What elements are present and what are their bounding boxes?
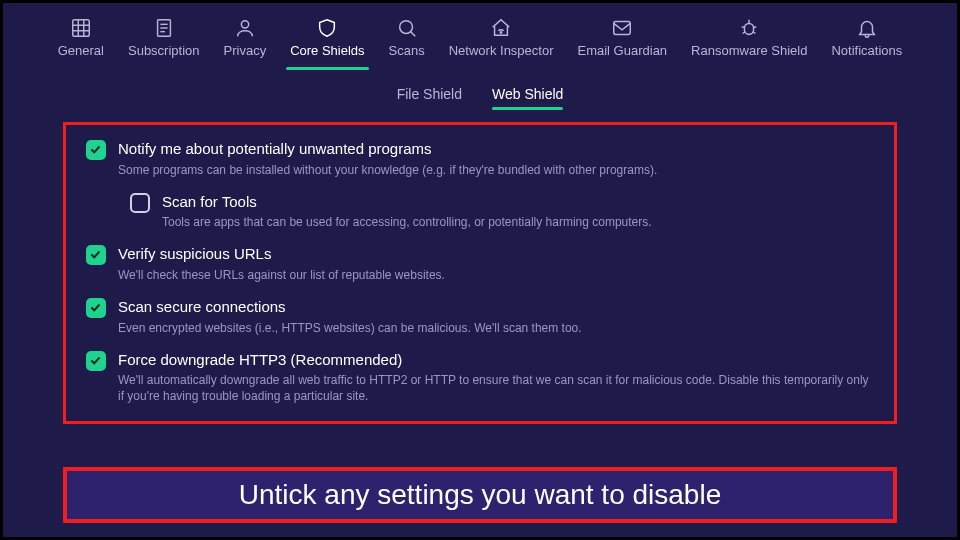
nav-item-notifications[interactable]: Notifications	[823, 15, 910, 68]
option-title: Verify suspicious URLs	[118, 244, 874, 264]
nav-item-core-shields[interactable]: Core Shields	[282, 15, 372, 68]
instruction-callout: Untick any settings you want to disable	[63, 467, 897, 523]
tab-web-shield[interactable]: Web Shield	[492, 86, 563, 110]
nav-label: Notifications	[831, 43, 902, 58]
option-body: Notify me about potentially unwanted pro…	[118, 139, 874, 178]
checkbox-force-http3[interactable]	[86, 351, 106, 371]
option-body: Verify suspicious URLs We'll check these…	[118, 244, 874, 283]
option-body: Force downgrade HTTP3 (Recommended) We'l…	[118, 350, 874, 405]
nav-label: General	[58, 43, 104, 58]
nav-item-subscription[interactable]: Subscription	[120, 15, 208, 68]
nav-label: Ransomware Shield	[691, 43, 807, 58]
option-title: Scan secure connections	[118, 297, 874, 317]
option-desc: We'll automatically downgrade all web tr…	[118, 372, 874, 404]
check-icon	[89, 354, 103, 368]
option-desc: Even encrypted websites (i.e., HTTPS web…	[118, 320, 874, 336]
nav-item-ransomware-shield[interactable]: Ransomware Shield	[683, 15, 815, 68]
search-icon	[396, 17, 418, 39]
option-desc: Some programs can be installed without y…	[118, 162, 874, 178]
nav-item-scans[interactable]: Scans	[381, 15, 433, 68]
home-wifi-icon	[490, 17, 512, 39]
option-title: Force downgrade HTTP3 (Recommended)	[118, 350, 874, 370]
nav-label: Core Shields	[290, 43, 364, 58]
mail-icon	[611, 17, 633, 39]
nav-item-email-guardian[interactable]: Email Guardian	[570, 15, 676, 68]
nav-label: Scans	[389, 43, 425, 58]
nav-item-general[interactable]: General	[50, 15, 112, 68]
option-scan-tools: Scan for Tools Tools are apps that can b…	[130, 192, 874, 231]
option-title: Scan for Tools	[162, 192, 874, 212]
checkbox-scan-secure[interactable]	[86, 298, 106, 318]
shield-icon	[316, 17, 338, 39]
checkbox-notify-pup[interactable]	[86, 140, 106, 160]
checkbox-scan-tools[interactable]	[130, 193, 150, 213]
top-nav: GeneralSubscriptionPrivacyCore ShieldsSc…	[3, 3, 957, 68]
option-desc: We'll check these URLs against our list …	[118, 267, 874, 283]
option-force-http3: Force downgrade HTTP3 (Recommended) We'l…	[86, 350, 874, 405]
nav-label: Subscription	[128, 43, 200, 58]
option-notify-pup: Notify me about potentially unwanted pro…	[86, 139, 874, 178]
bell-icon	[856, 17, 878, 39]
nav-label: Email Guardian	[578, 43, 668, 58]
grid-icon	[70, 17, 92, 39]
option-body: Scan secure connections Even encrypted w…	[118, 297, 874, 336]
option-title: Notify me about potentially unwanted pro…	[118, 139, 874, 159]
tab-file-shield[interactable]: File Shield	[397, 86, 462, 110]
option-scan-secure: Scan secure connections Even encrypted w…	[86, 297, 874, 336]
check-icon	[89, 301, 103, 315]
option-desc: Tools are apps that can be used for acce…	[162, 214, 874, 230]
nav-label: Privacy	[224, 43, 267, 58]
nav-label: Network Inspector	[449, 43, 554, 58]
subtabs: File ShieldWeb Shield	[3, 86, 957, 110]
option-verify-urls: Verify suspicious URLs We'll check these…	[86, 244, 874, 283]
user-icon	[234, 17, 256, 39]
checkbox-verify-urls[interactable]	[86, 245, 106, 265]
option-body: Scan for Tools Tools are apps that can b…	[162, 192, 874, 231]
nav-item-network-inspector[interactable]: Network Inspector	[441, 15, 562, 68]
bug-icon	[738, 17, 760, 39]
nav-item-privacy[interactable]: Privacy	[216, 15, 275, 68]
receipt-icon	[153, 17, 175, 39]
check-icon	[89, 248, 103, 262]
options-panel-highlight: Notify me about potentially unwanted pro…	[63, 122, 897, 424]
check-icon	[89, 143, 103, 157]
